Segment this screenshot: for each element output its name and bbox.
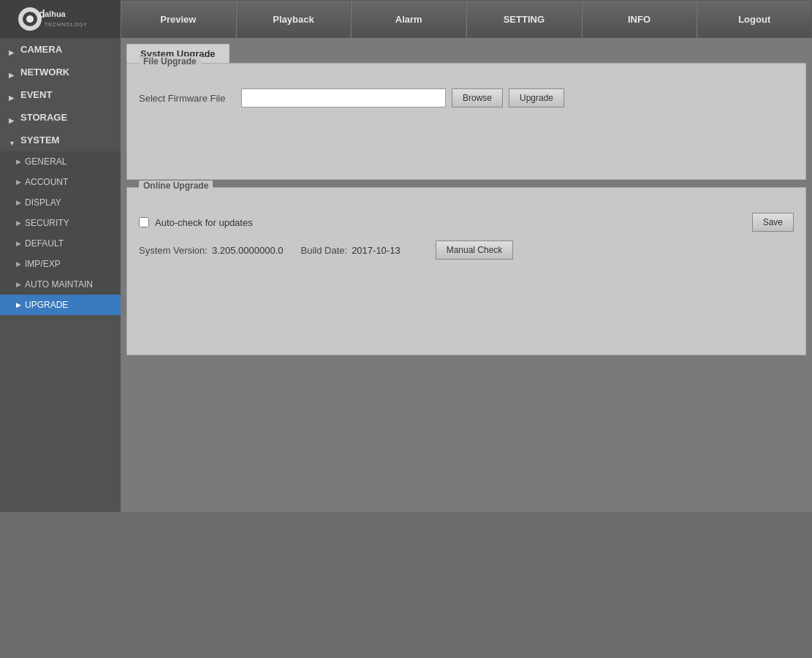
automaintain-sub-arrow: ▶ [16,281,21,288]
sidebar-label-storage: STORAGE [20,112,67,123]
upgrade-button[interactable]: Upgrade [509,88,564,107]
sidebar-item-network[interactable]: NETWORK [0,61,121,83]
dahua-logo: alhua TECHNOLOGY d [17,4,105,34]
nav-playback[interactable]: Playback [236,0,352,38]
network-arrow-icon [9,69,16,76]
sidebar: CAMERA NETWORK EVENT STORAGE SYSTEM ▶ GE… [0,38,121,512]
firmware-file-input[interactable] [241,88,446,107]
sidebar-label-impexp: IMP/EXP [25,259,61,269]
system-arrow-icon [9,137,16,144]
logo-area: alhua TECHNOLOGY d [0,0,121,38]
sidebar-item-system[interactable]: SYSTEM [0,129,121,151]
bottom-area [0,512,812,658]
auto-check-checkbox[interactable] [139,217,149,227]
sidebar-item-upgrade[interactable]: ▶ UPGRADE [0,295,121,315]
sidebar-label-display: DISPLAY [25,197,61,208]
auto-check-label: Auto-check for updates [155,217,253,228]
upgrade-sub-arrow: ▶ [16,301,21,309]
sidebar-label-automaintain: AUTO MAINTAIN [25,279,93,290]
sidebar-item-account[interactable]: ▶ ACCOUNT [0,172,121,192]
file-upgrade-panel: File Upgrade Select Firmware File Browse… [126,63,806,180]
svg-text:TECHNOLOGY: TECHNOLOGY [45,22,88,27]
sidebar-label-default: DEFAULT [25,238,64,249]
auto-check-area: Auto-check for updates [139,217,752,228]
online-upgrade-panel: Online Upgrade Auto-check for updates Sa… [126,187,806,355]
impexp-sub-arrow: ▶ [16,260,21,268]
nav-bar: Preview Playback Alarm SETTING INFO Logo… [121,0,812,38]
header: alhua TECHNOLOGY d Preview Playback Alar… [0,0,812,38]
build-date-value: 2017-10-13 [352,245,401,256]
sidebar-item-impexp[interactable]: ▶ IMP/EXP [0,254,121,274]
sidebar-label-security: SECURITY [25,218,69,228]
svg-text:alhua: alhua [45,10,67,18]
nav-alarm[interactable]: Alarm [351,0,466,38]
storage-arrow-icon [9,114,16,121]
display-sub-arrow: ▶ [16,199,21,206]
sidebar-item-security[interactable]: ▶ SECURITY [0,213,121,233]
sidebar-label-general: GENERAL [25,156,67,167]
sidebar-label-upgrade: UPGRADE [25,300,68,310]
sidebar-label-event: EVENT [20,89,52,100]
version-row: System Version: 3.205.0000000.0 Build Da… [139,241,794,260]
sidebar-item-storage[interactable]: STORAGE [0,106,121,129]
default-sub-arrow: ▶ [16,240,21,247]
save-button[interactable]: Save [752,213,794,232]
build-date-label: Build Date: [301,245,348,256]
general-sub-arrow: ▶ [16,158,21,165]
browse-button[interactable]: Browse [452,88,503,107]
system-version-value: 3.205.0000000.0 [212,245,284,256]
online-upgrade-title: Online Upgrade [139,181,213,191]
sidebar-item-event[interactable]: EVENT [0,83,121,106]
auto-check-row: Auto-check for updates Save [139,213,794,232]
select-firmware-label: Select Firmware File [139,93,241,104]
sidebar-item-automaintain[interactable]: ▶ AUTO MAINTAIN [0,274,121,295]
system-version-label: System Version: [139,245,208,256]
sidebar-item-default[interactable]: ▶ DEFAULT [0,233,121,254]
firmware-row: Select Firmware File Browse Upgrade [139,88,794,107]
sidebar-item-general[interactable]: ▶ GENERAL [0,151,121,172]
main-layout: CAMERA NETWORK EVENT STORAGE SYSTEM ▶ GE… [0,38,812,512]
nav-preview[interactable]: Preview [121,0,236,38]
sidebar-label-account: ACCOUNT [25,177,68,187]
svg-point-2 [26,15,34,23]
account-sub-arrow: ▶ [16,178,21,186]
content-area: System Upgrade File Upgrade Select Firmw… [121,38,812,512]
security-sub-arrow: ▶ [16,219,21,227]
svg-text:d: d [39,8,45,20]
sidebar-item-camera[interactable]: CAMERA [0,38,121,61]
event-arrow-icon [9,91,16,99]
manual-check-button[interactable]: Manual Check [436,241,514,260]
sidebar-item-display[interactable]: ▶ DISPLAY [0,192,121,213]
camera-arrow-icon [9,46,16,53]
sidebar-label-camera: CAMERA [20,44,62,55]
file-upgrade-title: File Upgrade [139,56,201,67]
sidebar-label-system: SYSTEM [20,135,59,145]
nav-logout[interactable]: Logout [697,0,812,38]
sidebar-label-network: NETWORK [20,67,69,77]
nav-setting[interactable]: SETTING [466,0,582,38]
nav-info[interactable]: INFO [582,0,697,38]
